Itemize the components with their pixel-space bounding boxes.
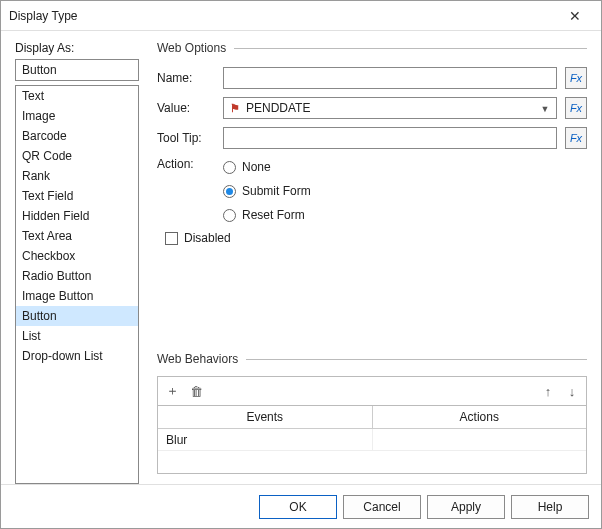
action-row: Action: NoneSubmit FormReset Form [157, 157, 587, 225]
ok-button[interactable]: OK [259, 495, 337, 519]
display-as-item[interactable]: Image Button [16, 286, 138, 306]
display-as-item[interactable]: List [16, 326, 138, 346]
name-fx-button[interactable]: Fx [565, 67, 587, 89]
display-as-item[interactable]: Text [16, 86, 138, 106]
behaviors-toolbar: ＋ 🗑 ↑ ↓ [157, 376, 587, 405]
chevron-down-icon: ▼ [536, 100, 554, 118]
close-button[interactable]: ✕ [557, 3, 593, 29]
display-as-item[interactable]: Drop-down List [16, 346, 138, 366]
display-type-dialog: Display Type ✕ Display As: Button TextIm… [0, 0, 602, 529]
radio-label: None [242, 160, 271, 174]
action-radio-option[interactable]: Reset Form [223, 205, 587, 225]
action-radio-option[interactable]: Submit Form [223, 181, 587, 201]
value-select[interactable]: ⚑ PENDDATE ▼ [223, 97, 557, 119]
action-cell [373, 429, 587, 450]
disabled-row: Disabled [157, 231, 587, 245]
name-label: Name: [157, 71, 215, 85]
events-column-header[interactable]: Events [158, 406, 373, 428]
action-label: Action: [157, 157, 215, 225]
window-title: Display Type [9, 9, 557, 23]
title-bar: Display Type ✕ [1, 1, 601, 31]
arrow-up-icon: ↑ [545, 384, 552, 399]
display-as-label: Display As: [15, 41, 139, 55]
web-options-title: Web Options [157, 41, 226, 55]
plus-icon: ＋ [166, 382, 179, 400]
display-as-item[interactable]: Text Area [16, 226, 138, 246]
web-options-group: Web Options [157, 41, 587, 55]
display-as-item[interactable]: Barcode [16, 126, 138, 146]
web-behaviors-group: Web Behaviors [157, 352, 587, 366]
display-as-item[interactable]: Image [16, 106, 138, 126]
group-divider [246, 359, 587, 360]
web-behaviors-section: Web Behaviors ＋ 🗑 ↑ ↓ [157, 352, 587, 474]
display-as-input-value: Button [22, 63, 57, 77]
disabled-checkbox[interactable] [165, 232, 178, 245]
radio-label: Submit Form [242, 184, 311, 198]
help-button[interactable]: Help [511, 495, 589, 519]
value-flag-icon: ⚑ [228, 101, 242, 115]
add-behavior-button[interactable]: ＋ [162, 381, 182, 401]
name-input[interactable] [223, 67, 557, 89]
display-as-item[interactable]: Radio Button [16, 266, 138, 286]
action-radio-option[interactable]: None [223, 157, 587, 177]
web-behaviors-title: Web Behaviors [157, 352, 238, 366]
behaviors-rows: Blur [158, 429, 586, 451]
trash-icon: 🗑 [190, 384, 203, 399]
close-icon: ✕ [569, 8, 581, 24]
tooltip-input[interactable] [223, 127, 557, 149]
disabled-label: Disabled [184, 231, 231, 245]
display-as-item[interactable]: QR Code [16, 146, 138, 166]
right-panel: Web Options Name: Fx Value: ⚑ PENDDATE ▼… [157, 41, 587, 484]
radio-label: Reset Form [242, 208, 305, 222]
display-as-item[interactable]: Rank [16, 166, 138, 186]
radio-icon [223, 209, 236, 222]
value-selected-text: PENDDATE [246, 101, 310, 115]
display-as-item[interactable]: Button [16, 306, 138, 326]
group-divider [234, 48, 587, 49]
tooltip-fx-button[interactable]: Fx [565, 127, 587, 149]
behaviors-empty-row [158, 451, 586, 473]
vertical-spacer [157, 245, 587, 342]
radio-icon [223, 185, 236, 198]
display-as-list[interactable]: TextImageBarcodeQR CodeRankText FieldHid… [15, 85, 139, 484]
dialog-body: Display As: Button TextImageBarcodeQR Co… [1, 31, 601, 484]
bottom-pad [157, 474, 587, 484]
dialog-footer: OK Cancel Apply Help [1, 484, 601, 528]
radio-icon [223, 161, 236, 174]
event-cell: Blur [158, 429, 373, 450]
behaviors-header: Events Actions [158, 406, 586, 429]
display-as-input[interactable]: Button [15, 59, 139, 81]
behaviors-table: Events Actions Blur [157, 405, 587, 474]
action-radio-group: NoneSubmit FormReset Form [223, 157, 587, 225]
display-as-item[interactable]: Text Field [16, 186, 138, 206]
display-as-item[interactable]: Hidden Field [16, 206, 138, 226]
display-as-item[interactable]: Checkbox [16, 246, 138, 266]
arrow-down-icon: ↓ [569, 384, 576, 399]
table-row[interactable]: Blur [158, 429, 586, 451]
tooltip-label: Tool Tip: [157, 131, 215, 145]
actions-column-header[interactable]: Actions [373, 406, 587, 428]
display-as-panel: Display As: Button TextImageBarcodeQR Co… [15, 41, 139, 484]
cancel-button[interactable]: Cancel [343, 495, 421, 519]
apply-button[interactable]: Apply [427, 495, 505, 519]
value-fx-button[interactable]: Fx [565, 97, 587, 119]
delete-behavior-button[interactable]: 🗑 [186, 381, 206, 401]
move-down-button[interactable]: ↓ [562, 381, 582, 401]
move-up-button[interactable]: ↑ [538, 381, 558, 401]
web-options-form: Name: Fx Value: ⚑ PENDDATE ▼ Fx Tool Tip… [157, 65, 587, 151]
value-label: Value: [157, 101, 215, 115]
